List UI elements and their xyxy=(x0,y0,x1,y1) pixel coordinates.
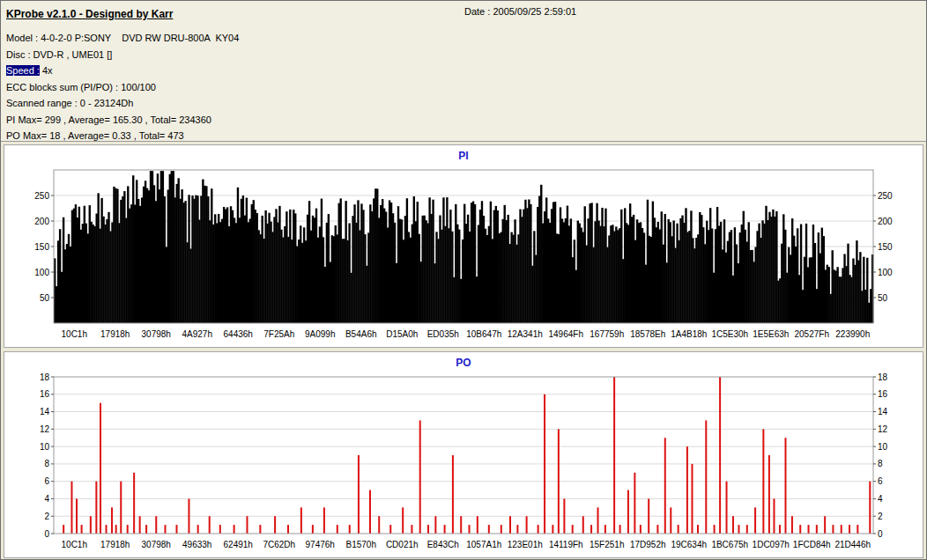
svg-text:100: 100 xyxy=(878,268,893,277)
svg-text:97476h: 97476h xyxy=(306,540,335,549)
svg-text:4A927h: 4A927h xyxy=(182,329,212,339)
svg-text:50: 50 xyxy=(878,293,888,303)
svg-text:200: 200 xyxy=(34,217,49,226)
svg-text:10C1h: 10C1h xyxy=(62,540,87,549)
svg-text:8: 8 xyxy=(878,459,883,468)
svg-text:49633h: 49633h xyxy=(182,540,211,549)
svg-text:18: 18 xyxy=(878,372,888,382)
svg-text:223990h: 223990h xyxy=(835,329,870,339)
svg-text:9A099h: 9A099h xyxy=(305,329,335,339)
svg-text:10: 10 xyxy=(40,442,50,452)
svg-text:CD021h: CD021h xyxy=(386,540,419,549)
svg-text:150: 150 xyxy=(878,242,893,252)
svg-text:14: 14 xyxy=(40,407,50,416)
svg-text:18: 18 xyxy=(40,372,50,382)
svg-text:64436h: 64436h xyxy=(224,329,253,339)
svg-text:6: 6 xyxy=(878,476,883,486)
po-stats-line: PO Max= 18 , Average= 0.33 , Total= 473 xyxy=(6,128,921,144)
svg-text:14: 14 xyxy=(878,407,888,416)
disc-line: Disc : DVD-R , UME01 [] xyxy=(6,47,921,63)
svg-text:E843Ch: E843Ch xyxy=(427,540,459,549)
po-chart-panel: PO 00224466881010121214141616181810C1h17… xyxy=(4,351,923,558)
pi-chart: 505010010015015020020025025010C1h17918h3… xyxy=(4,165,923,346)
svg-text:250: 250 xyxy=(34,191,49,201)
model-line: Model : 4-0-2-0 P:SONY DVD RW DRU-800A K… xyxy=(6,30,921,47)
svg-text:12A341h: 12A341h xyxy=(508,329,543,339)
svg-text:100: 100 xyxy=(34,268,49,277)
pi-stats-line: PI Max= 299 , Average= 165.30 , Total= 2… xyxy=(6,112,921,129)
svg-text:50: 50 xyxy=(40,293,50,303)
svg-text:14964Fh: 14964Fh xyxy=(549,329,583,339)
app-title: KProbe v2.1.0 - Designed by Karr xyxy=(6,8,173,20)
svg-text:10C1h: 10C1h xyxy=(62,329,87,339)
speed-label-highlighted: Speed : xyxy=(6,65,40,76)
po-chart-title: PO xyxy=(4,352,923,372)
svg-text:7C62Dh: 7C62Dh xyxy=(263,540,295,549)
svg-text:B54A6h: B54A6h xyxy=(345,329,377,339)
po-chart: 00224466881010121214141616181810C1h17918… xyxy=(4,372,923,556)
svg-text:D15A0h: D15A0h xyxy=(386,329,418,339)
svg-text:17918h: 17918h xyxy=(100,329,130,339)
scan-range-line: Scanned range : 0 - 23124Dh xyxy=(6,95,921,112)
svg-text:123E01h: 123E01h xyxy=(508,540,543,549)
svg-text:ED035h: ED035h xyxy=(427,329,459,339)
svg-text:15F251h: 15F251h xyxy=(590,540,624,549)
svg-text:10B647h: 10B647h xyxy=(466,329,501,339)
svg-text:1FCD84h: 1FCD84h xyxy=(793,540,831,549)
scan-info-panel: KProbe v2.1.0 - Designed by Karr Date : … xyxy=(1,1,926,142)
scan-date: Date : 2005/09/25 2:59:01 xyxy=(464,6,576,17)
svg-text:0: 0 xyxy=(44,529,49,539)
svg-text:6: 6 xyxy=(44,476,49,486)
svg-text:30798h: 30798h xyxy=(142,540,171,549)
svg-text:18578Eh: 18578Eh xyxy=(630,329,665,339)
svg-text:1E5E63h: 1E5E63h xyxy=(753,329,789,339)
svg-text:167759h: 167759h xyxy=(590,329,624,339)
pi-chart-panel: PI 505010010015015020020025025010C1h1791… xyxy=(4,144,923,348)
speed-value: 4x xyxy=(40,65,53,76)
svg-text:1A4B18h: 1A4B18h xyxy=(671,329,707,339)
info-lines: Model : 4-0-2-0 P:SONY DVD RW DRU-800A K… xyxy=(6,30,921,144)
title-row: KProbe v2.1.0 - Designed by Karr Date : … xyxy=(6,5,921,20)
svg-text:1057A1h: 1057A1h xyxy=(466,540,501,549)
svg-text:10: 10 xyxy=(878,442,888,452)
svg-text:16: 16 xyxy=(40,389,50,399)
svg-text:2: 2 xyxy=(44,512,49,521)
svg-text:12: 12 xyxy=(878,424,888,434)
svg-text:4: 4 xyxy=(44,494,49,504)
svg-text:0: 0 xyxy=(878,529,883,539)
svg-text:4: 4 xyxy=(878,494,883,504)
svg-text:17918h: 17918h xyxy=(100,540,130,549)
svg-text:1DC097h: 1DC097h xyxy=(753,540,790,549)
svg-text:62491h: 62491h xyxy=(224,540,253,549)
ecc-line: ECC blocks sum (PI/PO) : 100/100 xyxy=(6,79,921,96)
svg-text:30798h: 30798h xyxy=(142,329,171,339)
svg-text:7F25Ah: 7F25Ah xyxy=(263,329,294,339)
svg-text:17D952h: 17D952h xyxy=(630,540,666,549)
svg-text:8: 8 xyxy=(44,459,49,468)
svg-text:1C5E30h: 1C5E30h xyxy=(711,329,748,339)
pi-chart-title: PI xyxy=(4,145,923,165)
svg-text:250: 250 xyxy=(878,191,893,201)
svg-text:14119Fh: 14119Fh xyxy=(549,540,583,549)
svg-text:200: 200 xyxy=(878,217,893,226)
svg-text:B1570h: B1570h xyxy=(346,540,376,549)
svg-text:150: 150 xyxy=(34,242,49,252)
kprobe-window: KProbe v2.1.0 - Designed by Karr Date : … xyxy=(0,0,927,560)
svg-text:19C634h: 19C634h xyxy=(671,540,707,549)
svg-text:20527Fh: 20527Fh xyxy=(795,329,829,339)
svg-text:12: 12 xyxy=(40,424,50,434)
svg-text:1BC675h: 1BC675h xyxy=(711,540,748,549)
svg-text:2: 2 xyxy=(878,512,883,521)
svg-text:21D446h: 21D446h xyxy=(834,540,871,549)
svg-text:16: 16 xyxy=(878,389,888,399)
speed-line: Speed : 4x xyxy=(6,63,921,79)
